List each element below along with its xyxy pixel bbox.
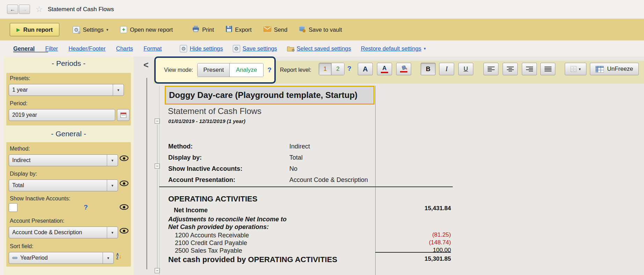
report-level-help[interactable]: ? <box>347 65 351 72</box>
statement-row[interactable]: 2500 Sales Tax Payable100.00 <box>168 247 451 254</box>
method-label: Method: <box>10 146 30 152</box>
presets-select[interactable]: 1 year ▾ <box>9 84 124 96</box>
display-by-select[interactable]: Total ▾ <box>9 179 118 191</box>
bold-button[interactable]: B <box>421 63 436 75</box>
borders-button[interactable]: ▾ <box>565 63 586 75</box>
statement-row-label: OPERATING ACTIVITIES <box>168 194 257 203</box>
caret-down-icon: ▾ <box>113 84 124 96</box>
show-inactive-visibility-eye-icon[interactable] <box>120 204 128 210</box>
report-page-edge <box>159 86 160 275</box>
tab-general[interactable]: General <box>13 45 35 52</box>
save-settings-link[interactable]: ⚙ Save settings <box>233 45 277 52</box>
method-select[interactable]: Indirect ▾ <box>9 154 118 166</box>
tab-header-footer[interactable]: Header/Footer <box>68 45 105 52</box>
envelope-icon <box>264 26 271 33</box>
align-right-button[interactable] <box>522 63 537 75</box>
report-meta-row[interactable]: Account Presentation:Account Code & Desc… <box>168 176 374 188</box>
restore-default-settings-link[interactable]: Restore default settings ▾ <box>361 45 426 52</box>
hide-settings-link[interactable]: ⚙ Hide settings <box>180 45 223 52</box>
statement-row[interactable]: 1200 Accounts Receivable(81.25) <box>168 231 451 239</box>
align-justify-button[interactable] <box>540 63 555 75</box>
italic-button[interactable]: I <box>439 63 454 75</box>
send-button[interactable]: Send <box>264 26 288 33</box>
report-level-1-button[interactable]: 1 <box>319 63 332 75</box>
sort-field-select[interactable]: YearPeriod ▾ <box>9 252 114 264</box>
print-button[interactable]: Print <box>192 26 214 33</box>
save-to-vault-button[interactable]: Save to vault <box>299 26 342 34</box>
font-button[interactable]: A <box>358 63 373 75</box>
gear-icon: ⚙ <box>180 45 187 52</box>
align-left-button[interactable] <box>483 63 498 75</box>
report-period[interactable]: 01/01/2019 - 12/31/2019 (1 year) <box>168 118 245 124</box>
select-saved-settings-link[interactable]: ⚙ Select saved settings <box>287 45 351 52</box>
statement-rows: OPERATING ACTIVITIESNet Income15,431.84A… <box>168 194 451 265</box>
report-company-cell[interactable]: Doggy Day-care (Playground template, Sta… <box>165 86 375 105</box>
present-button[interactable]: Present <box>198 63 230 77</box>
align-center-button[interactable] <box>503 63 518 75</box>
caret-down-icon: ▾ <box>106 28 109 32</box>
caret-down-icon: ▾ <box>424 46 426 51</box>
account-presentation-visibility-eye-icon[interactable] <box>120 228 128 234</box>
meta-label: Account Presentation: <box>168 176 289 188</box>
calendar-icon <box>120 113 126 118</box>
settings-menu-button[interactable]: ⚙⚙ Settings ▾ <box>73 26 108 33</box>
report-company-name: Doggy Day-care (Playground template, Sta… <box>169 90 357 100</box>
forward-button[interactable]: → <box>19 5 30 14</box>
statement-row[interactable]: Net Cash provided by operations: <box>168 223 451 231</box>
left-margin <box>0 56 3 275</box>
collapse-sidebar-chevron-icon[interactable]: < <box>143 61 149 69</box>
statement-row[interactable]: OPERATING ACTIVITIES <box>168 194 451 204</box>
caret-down-icon: ▾ <box>107 155 118 166</box>
run-report-button[interactable]: ▶ Run report <box>10 23 59 36</box>
view-mode-label: View mode: <box>164 67 193 73</box>
display-by-visibility-eye-icon[interactable] <box>120 181 128 186</box>
method-value: Indirect <box>9 157 107 163</box>
method-visibility-eye-icon[interactable] <box>120 155 128 161</box>
report-meta-row[interactable]: Display by:Total <box>168 154 374 165</box>
show-inactive-accounts-checkbox[interactable] <box>9 203 17 212</box>
sort-field-value: YearPeriod <box>20 255 48 261</box>
period-calendar-button[interactable] <box>117 109 129 121</box>
tab-filter[interactable]: Filter <box>45 45 58 52</box>
periods-section-title: - Periods - <box>3 59 134 68</box>
printer-icon <box>192 26 199 33</box>
sort-field-label: Sort field: <box>10 243 34 250</box>
sort-direction-icon[interactable]: AZ ↓ <box>116 253 121 260</box>
report-meta-row[interactable]: Method:Indirect <box>168 143 374 154</box>
view-mode-toggle: Present Analyze <box>197 63 264 77</box>
export-button[interactable]: Export <box>226 26 252 33</box>
report-level-2-button[interactable]: 2 <box>332 63 344 75</box>
show-inactive-help[interactable]: ? <box>84 204 88 211</box>
period-label: Period: <box>10 100 28 107</box>
caret-down-icon: ▾ <box>107 227 118 238</box>
section-divider-line <box>159 186 453 187</box>
report-scrollbar[interactable] <box>146 78 147 269</box>
tab-charts[interactable]: Charts <box>116 45 133 52</box>
tab-format[interactable]: Format <box>143 45 162 52</box>
analyze-button[interactable]: Analyze <box>230 63 263 77</box>
unfreeze-button[interactable]: UnFreeze <box>590 63 639 75</box>
caret-down-icon: ▾ <box>107 180 118 191</box>
statement-row-label: Net cash provided by OPERATING ACTIVITIE… <box>168 255 337 264</box>
save-settings-label: Save settings <box>243 45 277 52</box>
back-button[interactable]: ← <box>7 5 18 14</box>
font-color-button[interactable]: A <box>377 63 392 75</box>
statement-row[interactable]: 2100 Credit Card Payable(148.74) <box>168 239 451 247</box>
period-select[interactable]: 2019 year <box>9 109 115 121</box>
favorite-star-icon[interactable]: ☆ <box>36 5 43 14</box>
statement-row-value: (81.25) <box>432 231 451 239</box>
sort-field-value-wrap: YearPeriod <box>9 255 103 261</box>
paint-bucket-icon <box>400 66 407 72</box>
statement-row[interactable]: Adjustments to reconcile Net Income to <box>168 215 451 223</box>
periods-section: Presets: 1 year ▾ Period: 2019 year <box>6 73 131 125</box>
statement-row[interactable]: Net Income15,431.84 <box>168 206 451 214</box>
report-title[interactable]: Statement of Cash Flows <box>168 106 261 116</box>
statement-row-value: (148.74) <box>429 239 451 246</box>
fill-color-button[interactable] <box>396 63 411 75</box>
account-presentation-select[interactable]: Account Code & Description ▾ <box>9 227 118 238</box>
report-meta-row[interactable]: Show Inactive Accounts:No <box>168 165 374 176</box>
underline-button[interactable]: U <box>458 63 473 75</box>
open-new-report-button[interactable]: + Open new report <box>120 26 173 33</box>
statement-row[interactable]: Net cash provided by OPERATING ACTIVITIE… <box>168 254 451 265</box>
view-mode-help[interactable]: ? <box>267 66 272 74</box>
